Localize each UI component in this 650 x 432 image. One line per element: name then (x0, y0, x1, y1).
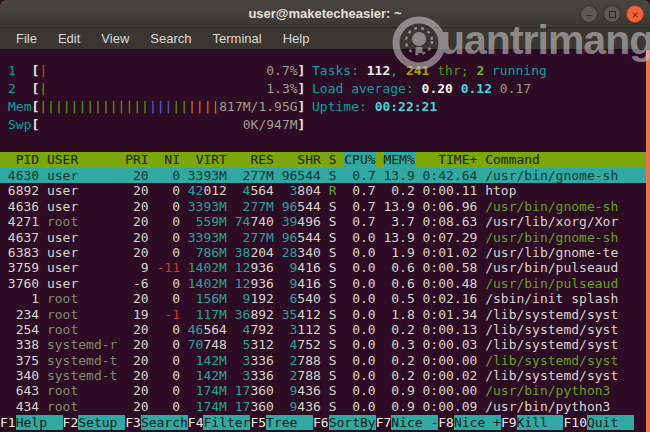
load-average-line: Load average: 0.20 0.12 0.17 (312, 80, 650, 98)
process-row[interactable]: 6892user2004201245643804R0.70.20:00.11ht… (0, 183, 650, 198)
meter-bar: |0.7% (39, 62, 297, 80)
fkey-label: Help (16, 415, 63, 430)
tasks-summary: Tasks: 112, 241 thr; 2 runningLoad avera… (312, 62, 650, 138)
meter-value: 817M/1.95G (219, 98, 297, 116)
fkey-label: Nice + (454, 415, 501, 430)
process-row[interactable]: 4271root200559M7474039496S0.73.70:08.63/… (0, 214, 650, 229)
fkey-number: F7 (376, 415, 392, 430)
fkey-f3[interactable]: F3Search (125, 415, 188, 430)
meter-bar: |1.3% (39, 80, 297, 98)
column-header-pri[interactable]: PRI (117, 152, 148, 168)
column-header-user[interactable]: USER (39, 152, 117, 168)
menu-edit[interactable]: Edit (50, 31, 88, 46)
fkey-label: Filter (203, 415, 250, 430)
meter-bar: 0K/947M (39, 116, 297, 134)
terminal-scrollbar[interactable] (646, 50, 650, 432)
meter-value: 0K/947M (243, 116, 298, 134)
htop-header-area: 1[|0.7%]2[|1.3%]Mem[||||||||||||||||||||… (0, 50, 650, 138)
process-row[interactable]: 375systemd-t200142M33362788S0.00.20:00.0… (0, 353, 650, 368)
column-header-s[interactable]: S (321, 152, 337, 168)
meter-value: 0.7% (266, 62, 297, 80)
fkey-f6[interactable]: F6SortBy (313, 415, 376, 430)
menu-view[interactable]: View (93, 31, 137, 46)
fkey-label: Setup (78, 415, 125, 430)
menu-file[interactable]: File (8, 31, 45, 46)
sort-indicator: CPU% (344, 152, 375, 167)
fkey-label: Tree (266, 415, 313, 430)
terminal-window: user@maketecheasier: ~ — ✕ File Edit Vie… (0, 0, 650, 432)
minimize-button[interactable]: — (580, 5, 598, 23)
fkey-number: F10 (563, 415, 586, 430)
fkey-label: Nice - (391, 415, 438, 430)
fkey-label: Quit (587, 415, 634, 430)
column-header-time[interactable]: TIME+ (415, 152, 478, 168)
swp-meter: Swp[0K/947M] (8, 116, 312, 134)
fkey-number: F3 (125, 415, 141, 430)
process-row[interactable]: 3759user9-111402M129369416S0.00.60:00.58… (0, 260, 650, 275)
menu-bar: File Edit View Search Terminal Help (0, 28, 650, 50)
column-header-ni[interactable]: NI (149, 152, 180, 168)
column-header-pid[interactable]: PID (0, 152, 39, 168)
process-row[interactable]: 4637user2003393M277M96544S0.013.90:07.29… (0, 230, 650, 245)
close-button[interactable]: ✕ (626, 5, 644, 23)
process-row[interactable]: 6383user200786M3820428340S0.01.90:01.02/… (0, 245, 650, 260)
process-row[interactable]: 434root200174M173609436S0.00.90:00.09/us… (0, 399, 650, 414)
terminal-content[interactable]: 1[|0.7%]2[|1.3%]Mem[||||||||||||||||||||… (0, 50, 650, 432)
column-header-virt[interactable]: VIRT (180, 152, 227, 168)
fkey-f5[interactable]: F5Tree (250, 415, 313, 430)
column-header-command[interactable]: Command (477, 152, 650, 168)
fkey-f10[interactable]: F10Quit (563, 415, 633, 430)
meter-label: Swp (8, 116, 31, 134)
cpu2-meter: 2[|1.3%] (8, 80, 312, 98)
column-header-cpu[interactable]: CPU% (336, 152, 375, 168)
sort-indicator: MEM% (383, 152, 414, 167)
title-bar[interactable]: user@maketecheasier: ~ — ✕ (0, 0, 650, 28)
process-row[interactable]: 3760user-601402M129369416S0.00.60:00.48/… (0, 276, 650, 291)
process-row[interactable]: 340systemd-t200142M33362788S0.00.20:00.0… (0, 368, 650, 383)
menu-terminal[interactable]: Terminal (205, 31, 270, 46)
fkey-f2[interactable]: F2Setup (63, 415, 126, 430)
fkey-f4[interactable]: F4Filter (188, 415, 251, 430)
column-header-mem[interactable]: MEM% (376, 152, 415, 168)
process-row[interactable]: 4630user2003393M277M96544S0.713.90:42.64… (0, 168, 650, 183)
menu-search[interactable]: Search (142, 31, 199, 46)
function-key-bar: F1Help F2Setup F3SearchF4FilterF5Tree F6… (0, 415, 650, 430)
process-row[interactable]: 234root19-1117M3689235412S0.01.80:01.34/… (0, 307, 650, 322)
process-row[interactable]: 254root2004656447923112S0.00.20:00.13/li… (0, 322, 650, 337)
menu-help[interactable]: Help (275, 31, 318, 46)
process-row[interactable]: 643root200174M173609436S0.00.90:00.00/us… (0, 383, 650, 398)
fkey-number: F5 (250, 415, 266, 430)
process-table-header[interactable]: PIDUSERPRINIVIRTRESSHRSCPU%MEM%TIME+Comm… (0, 152, 650, 168)
fkey-number: F1 (0, 415, 16, 430)
process-row[interactable]: 338systemd-r2007074853124752S0.00.30:00.… (0, 337, 650, 352)
fkey-f1[interactable]: F1Help (0, 415, 63, 430)
fkey-f7[interactable]: F7Nice - (376, 415, 439, 430)
minimize-icon: — (586, 9, 593, 20)
meter-label: Mem (8, 98, 31, 116)
fkey-label: Kill (517, 415, 564, 430)
close-icon: ✕ (632, 9, 639, 20)
meter-label: 1 (8, 62, 31, 80)
column-header-shr[interactable]: SHR (274, 152, 321, 168)
tasks-line: Tasks: 112, 241 thr; 2 running (312, 62, 650, 80)
meter-bar: |||||||||||||||||||||||817M/1.95G (39, 98, 297, 116)
column-header-res[interactable]: RES (227, 152, 274, 168)
mem-meter: Mem[|||||||||||||||||||||||817M/1.95G] (8, 98, 312, 116)
fkey-number: F9 (501, 415, 517, 430)
maximize-icon (609, 11, 616, 18)
meter-value: 1.3% (266, 80, 297, 98)
fkey-f9[interactable]: F9Kill (501, 415, 564, 430)
cpu1-meter: 1[|0.7%] (8, 62, 312, 80)
fkey-label: Search (141, 415, 188, 430)
meter-label: 2 (8, 80, 31, 98)
maximize-button[interactable] (603, 5, 621, 23)
uptime-line: Uptime: 00:22:21 (312, 98, 650, 116)
cpu-memory-meters: 1[|0.7%]2[|1.3%]Mem[||||||||||||||||||||… (0, 62, 312, 138)
fkey-number: F8 (438, 415, 454, 430)
process-row[interactable]: 1root200156M91926540S0.00.50:02.16/sbin/… (0, 291, 650, 306)
fkey-number: F6 (313, 415, 329, 430)
fkey-f8[interactable]: F8Nice + (438, 415, 501, 430)
process-row[interactable]: 4636user2003393M277M96544S0.713.90:06.96… (0, 199, 650, 214)
window-controls: — ✕ (580, 5, 644, 23)
fkey-label: SortBy (329, 415, 376, 430)
